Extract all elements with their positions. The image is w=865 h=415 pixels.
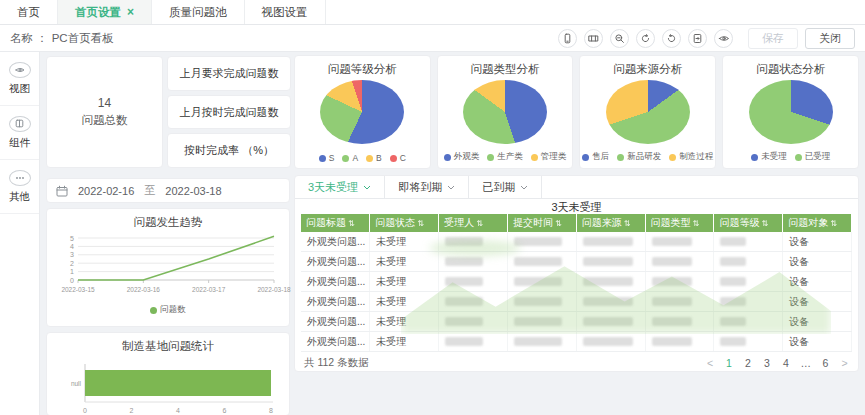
svg-text:2022-03-17: 2022-03-17 (192, 286, 226, 293)
sort-icon[interactable]: ⇅ (417, 219, 424, 228)
save-button[interactable]: 保存 (748, 28, 798, 49)
legend-item: 制造过程 (669, 151, 713, 163)
legend-item: 已受理 (795, 151, 831, 163)
sort-icon[interactable]: ⇅ (830, 219, 837, 228)
svg-text:2022-03-16: 2022-03-16 (127, 286, 161, 293)
mobile-preview-button[interactable] (558, 29, 577, 48)
column-header[interactable]: 问题来源⇅ (576, 214, 645, 232)
pie-card-status: 问题状态分析 未受理已受理 (722, 55, 859, 169)
stat-card-column: 上月要求完成问题数 上月按时完成问题数 按时完成率 （%） (167, 56, 291, 168)
legend-dot-icon (342, 155, 349, 162)
cell-title: 外观类问题... (301, 352, 370, 353)
redacted-blur (720, 277, 746, 286)
pie-card-level: 问题等级分析 SABC (294, 55, 431, 169)
column-header[interactable]: 提交时间⇅ (507, 214, 576, 232)
sidebar-item-label: 其他 (9, 190, 30, 204)
table-tab-3day[interactable]: 3天未受理 (295, 176, 385, 198)
table-tab-label: 已到期 (482, 180, 515, 195)
table-tab-due-soon[interactable]: 即将到期 (385, 176, 469, 198)
base-bar-chart: 02468null (55, 358, 281, 415)
chart-title: 问题状态分析 (756, 62, 825, 77)
cell-redacted (507, 292, 576, 312)
pie-card-type: 问题类型分析 外观类生产类管理类 (437, 55, 574, 169)
chevron-down-icon (447, 185, 455, 190)
sort-icon[interactable]: ⇅ (476, 219, 483, 228)
cell-object: 设备 (783, 292, 852, 312)
cell-redacted (645, 332, 714, 352)
sort-icon[interactable]: ⇅ (693, 219, 700, 228)
sidebar-item-views[interactable]: 视图 (0, 52, 39, 106)
prev-page-icon[interactable]: < (706, 357, 715, 369)
table-header-row: 问题标题⇅问题状态⇅受理人⇅提交时间⇅问题来源⇅问题类型⇅问题等级⇅问题对象⇅ (301, 214, 852, 232)
legend-dot-icon (444, 154, 451, 161)
table-row: 外观类问题...未受理设备 (301, 292, 852, 312)
tab-home-settings[interactable]: 首页设置 × (58, 0, 152, 24)
redacted-blur (445, 337, 483, 346)
column-header[interactable]: 问题类型⇅ (645, 214, 714, 232)
tab-view-settings[interactable]: 视图设置 (245, 0, 326, 24)
tab-home[interactable]: 首页 (0, 0, 58, 24)
cell-redacted (507, 272, 576, 292)
table-tab-row: 3天未受理 即将到期 已到期 (295, 176, 858, 199)
left-tool-rail: 视图 组件 其他 (0, 52, 40, 415)
cell-status: 未受理 (370, 252, 439, 272)
view-icon (9, 62, 31, 78)
column-label: 受理人 (444, 217, 474, 228)
page-number[interactable]: 6 (821, 357, 830, 369)
page-ellipsis[interactable]: … (801, 357, 812, 369)
redacted-blur (652, 297, 692, 306)
redacted-blur (514, 257, 562, 266)
legend-dot-icon (617, 154, 624, 161)
redacted-blur (720, 257, 746, 266)
export-button[interactable] (688, 29, 707, 48)
svg-text:4: 4 (176, 407, 180, 414)
page-number[interactable]: 2 (744, 357, 753, 369)
close-button[interactable]: 关闭 (805, 28, 855, 49)
sidebar-item-components[interactable]: 组件 (0, 106, 39, 160)
source-pie-chart (606, 80, 690, 144)
cell-redacted (439, 352, 508, 353)
tab-quality-pool[interactable]: 质量问题池 (152, 0, 245, 24)
page-number[interactable]: 4 (782, 357, 791, 369)
top-tab-bar: 首页 首页设置 × 质量问题池 视图设置 (0, 0, 865, 25)
dashboard-name: PC首页看板 (52, 31, 114, 46)
page-number[interactable]: 3 (763, 357, 772, 369)
sort-icon[interactable]: ⇅ (348, 219, 355, 228)
column-header[interactable]: 问题状态⇅ (370, 214, 439, 232)
cell-redacted (645, 272, 714, 292)
legend-label: 制造过程 (679, 151, 713, 163)
date-range-picker[interactable]: 2022-02-16 至 2022-03-18 (46, 178, 290, 203)
preview-eye-button[interactable] (714, 29, 733, 48)
calendar-icon (56, 185, 68, 197)
redacted-blur (445, 257, 483, 266)
redacted-blur (583, 297, 633, 306)
zoom-button[interactable] (610, 29, 629, 48)
column-header[interactable]: 受理人⇅ (439, 214, 508, 232)
legend-label: 新品研发 (627, 151, 661, 163)
close-tab-icon[interactable]: × (127, 6, 134, 18)
sidebar-item-other[interactable]: 其他 (0, 160, 39, 214)
column-header[interactable]: 问题标题⇅ (301, 214, 370, 232)
table-tab-overdue[interactable]: 已到期 (469, 176, 542, 198)
total-issues-label: 问题总数 (82, 113, 128, 128)
sort-icon[interactable]: ⇅ (555, 219, 562, 228)
type-pie-chart (463, 80, 547, 144)
cell-redacted (507, 332, 576, 352)
column-header[interactable]: 问题对象⇅ (783, 214, 852, 232)
cell-redacted (645, 232, 714, 252)
stat-card-required: 上月要求完成问题数 (167, 56, 291, 91)
cell-title: 外观类问题... (301, 252, 370, 272)
sort-icon[interactable]: ⇅ (761, 219, 768, 228)
cell-redacted (576, 332, 645, 352)
refresh-button[interactable] (636, 29, 655, 48)
redacted-blur (720, 237, 746, 246)
sort-icon[interactable]: ⇅ (624, 219, 631, 228)
next-page-icon[interactable]: > (840, 357, 849, 369)
fit-screen-button[interactable] (584, 29, 603, 48)
undo-button[interactable] (662, 29, 681, 48)
column-header[interactable]: 问题等级⇅ (714, 214, 783, 232)
cell-status: 未受理 (370, 332, 439, 352)
column-label: 提交时间 (513, 217, 553, 228)
page-number[interactable]: 1 (725, 357, 734, 369)
cell-redacted (507, 252, 576, 272)
